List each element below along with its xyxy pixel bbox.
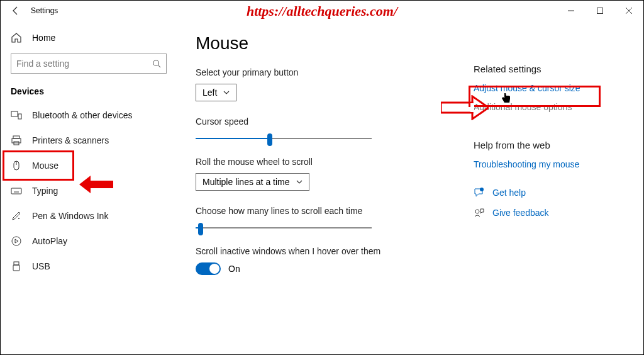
wheel-scroll-label: Roll the mouse wheel to scroll — [196, 157, 466, 167]
autoplay-icon — [11, 235, 22, 247]
scroll-inactive-toggle[interactable] — [196, 262, 221, 275]
sidebar-item-label: Pen & Windows Ink — [32, 211, 108, 221]
additional-mouse-options-link[interactable]: Additional mouse options — [474, 102, 631, 112]
sidebar-item-label: USB — [32, 261, 50, 271]
toggle-state-label: On — [228, 264, 240, 274]
sidebar-item-label: Printers & scanners — [32, 135, 109, 145]
sidebar-item-label: Bluetooth & other devices — [32, 110, 133, 120]
help-web-heading: Help from the web — [474, 140, 631, 150]
chevron-down-icon — [223, 89, 230, 96]
svg-point-23 — [475, 210, 479, 213]
svg-rect-20 — [14, 262, 19, 265]
dropdown-value: Multiple lines at a time — [203, 177, 290, 187]
back-button[interactable] — [3, 1, 28, 21]
keyboard-icon — [11, 185, 22, 196]
home-nav[interactable]: Home — [1, 26, 177, 50]
home-label: Home — [32, 33, 55, 43]
adjust-mouse-cursor-link[interactable]: Adjust mouse & cursor size — [474, 83, 631, 93]
chevron-down-icon — [296, 179, 303, 185]
feedback-icon — [474, 207, 485, 218]
svg-point-19 — [12, 237, 21, 245]
svg-rect-7 — [18, 114, 21, 119]
lines-scroll-slider[interactable] — [196, 227, 372, 228]
window-controls — [557, 1, 643, 21]
arrow-left-icon — [11, 6, 21, 16]
wheel-scroll-dropdown[interactable]: Multiple lines at a time — [196, 173, 309, 191]
right-column: Related settings Adjust mouse & cursor s… — [474, 64, 631, 218]
sidebar-item-usb[interactable]: USB — [1, 254, 177, 279]
give-feedback-row[interactable]: Give feedback — [474, 207, 631, 218]
sidebar-item-mouse[interactable]: Mouse — [1, 153, 177, 178]
search-input[interactable] — [16, 59, 152, 69]
titlebar: Settings https://alltechqueries.com/ — [1, 1, 643, 21]
maximize-button[interactable] — [586, 1, 614, 21]
svg-rect-8 — [13, 136, 19, 138]
svg-point-22 — [480, 188, 484, 191]
primary-button-label: Select your primary button — [196, 67, 466, 77]
svg-rect-9 — [12, 138, 21, 143]
help-chat-icon — [474, 187, 485, 198]
home-icon — [11, 32, 22, 43]
svg-rect-21 — [13, 265, 19, 271]
svg-point-4 — [153, 60, 159, 66]
scroll-inactive-label: Scroll inactive windows when I hover ove… — [196, 246, 466, 256]
svg-rect-13 — [11, 188, 21, 194]
category-title: Devices — [1, 82, 177, 103]
related-settings-heading: Related settings — [474, 64, 631, 74]
usb-icon — [11, 261, 22, 272]
sidebar-item-label: AutoPlay — [32, 236, 67, 246]
mouse-icon — [11, 160, 22, 171]
dropdown-value: Left — [203, 87, 217, 98]
minimize-button[interactable] — [557, 1, 586, 21]
sidebar-item-bluetooth[interactable]: Bluetooth & other devices — [1, 103, 177, 128]
printer-icon — [11, 135, 22, 146]
get-help-label: Get help — [492, 188, 526, 198]
app-title: Settings — [31, 6, 58, 15]
content-area: Mouse Select your primary button Left Cu… — [177, 21, 643, 354]
primary-button-dropdown[interactable]: Left — [196, 84, 236, 101]
watermark-url: https://alltechqueries.com/ — [247, 3, 397, 20]
sidebar-item-autoplay[interactable]: AutoPlay — [1, 228, 177, 254]
slider-thumb[interactable] — [198, 223, 203, 235]
svg-rect-6 — [11, 111, 18, 116]
cursor-speed-label: Cursor speed — [196, 116, 466, 127]
bluetooth-icon — [11, 110, 22, 121]
give-feedback-label: Give feedback — [492, 208, 549, 218]
svg-line-5 — [158, 65, 161, 68]
close-button[interactable] — [614, 1, 643, 21]
get-help-row[interactable]: Get help — [474, 187, 631, 198]
sidebar-item-pen[interactable]: Pen & Windows Ink — [1, 203, 177, 228]
sidebar-item-typing[interactable]: Typing — [1, 178, 177, 203]
cursor-speed-slider[interactable] — [196, 138, 372, 139]
lines-scroll-label: Choose how many lines to scroll each tim… — [196, 206, 466, 216]
sidebar-item-label: Mouse — [32, 161, 58, 171]
page-title: Mouse — [196, 33, 466, 54]
slider-thumb[interactable] — [267, 133, 272, 146]
sidebar-item-printers[interactable]: Printers & scanners — [1, 128, 177, 153]
svg-point-18 — [18, 218, 19, 219]
sidebar: Home Devices Bluetooth & other devices P… — [1, 21, 177, 354]
search-icon — [152, 59, 161, 68]
pen-icon — [11, 210, 22, 222]
svg-rect-1 — [597, 8, 603, 14]
troubleshoot-mouse-link[interactable]: Troubleshooting my mouse — [474, 159, 631, 169]
search-box[interactable] — [11, 54, 167, 74]
sidebar-item-label: Typing — [32, 186, 58, 196]
